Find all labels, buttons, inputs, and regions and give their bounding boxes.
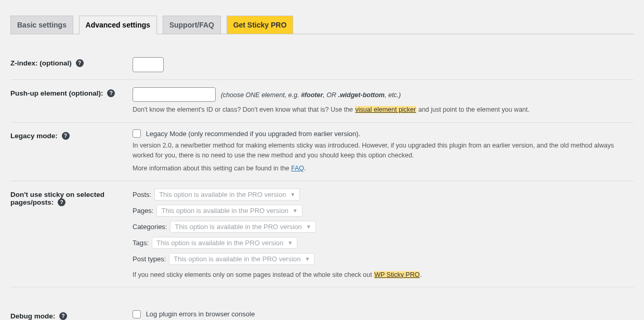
hint-text: , OR [323, 91, 338, 99]
help-icon[interactable]: ? [76, 59, 84, 67]
dontuse-posts-select: This option is available in the PRO vers… [154, 189, 300, 201]
tab-basic[interactable]: Basic settings [10, 16, 73, 34]
legacy-checkbox-label: Legacy Mode (only recommended if you upg… [146, 130, 361, 138]
help-icon[interactable]: ? [107, 89, 115, 97]
debug-checkbox-wrapper[interactable]: Log plugin errors in browser console [133, 310, 255, 318]
legacy-label: Legacy mode: [10, 132, 58, 140]
dontuse-footer: If you need sticky elements only on some… [133, 270, 628, 280]
select-text: This option is available in the PRO vers… [161, 207, 288, 215]
hint-example: .widget-bottom [338, 91, 385, 99]
faq-link[interactable]: FAQ [291, 165, 304, 172]
desc-text: . [304, 165, 306, 172]
pushup-hint: (choose ONE element, e.g. #footer, OR .w… [221, 91, 401, 99]
dontuse-categories-label: Categories: [133, 223, 167, 231]
debug-checkbox[interactable] [133, 310, 141, 318]
zindex-input[interactable] [133, 57, 164, 72]
pushup-label: Push-up element (optional): [10, 89, 103, 97]
dontuse-tags-select: This option is available in the PRO vers… [152, 237, 297, 249]
select-text: This option is available in the PRO vers… [156, 239, 283, 247]
dontuse-label: Don't use sticky on selected pages/posts… [10, 191, 104, 206]
chevron-down-icon: ▼ [290, 192, 295, 197]
zindex-label: Z-index: (optional) [10, 59, 72, 67]
legacy-desc1: In version 2.0, a new/better method for … [133, 141, 628, 161]
chevron-down-icon: ▼ [306, 224, 311, 230]
footer-text: . [420, 271, 422, 278]
dontuse-pages-select: This option is available in the PRO vers… [156, 205, 302, 217]
chevron-down-icon: ▼ [305, 256, 310, 262]
legacy-checkbox-wrapper[interactable]: Legacy Mode (only recommended if you upg… [133, 130, 360, 138]
dontuse-posttypes-select: This option is available in the PRO vers… [169, 253, 314, 265]
tab-advanced[interactable]: Advanced settings [79, 16, 157, 34]
help-text: Don't know the element's ID or class? Do… [133, 106, 355, 113]
dontuse-posttypes-label: Post types: [133, 255, 166, 263]
wp-sticky-pro-link[interactable]: WP Sticky PRO [374, 271, 420, 278]
pushup-help: Don't know the element's ID or class? Do… [133, 105, 628, 115]
hint-text: , etc.) [385, 91, 401, 99]
select-text: This option is available in the PRO vers… [174, 255, 300, 263]
dontuse-posts-label: Posts: [133, 191, 151, 198]
help-icon[interactable]: ? [58, 198, 65, 206]
help-icon[interactable]: ? [59, 312, 67, 320]
dontuse-tags-label: Tags: [133, 239, 149, 247]
hint-example: #footer [301, 91, 323, 99]
pushup-input[interactable] [133, 87, 216, 102]
help-text: and just point to the element you want. [416, 106, 530, 113]
legacy-desc2: More information about this setting can … [133, 164, 628, 174]
select-text: This option is available in the PRO vers… [175, 223, 301, 231]
settings-form: Z-index: (optional) ? Push-up element (o… [10, 50, 634, 320]
tab-get-pro[interactable]: Get Sticky PRO [227, 16, 294, 34]
tab-support[interactable]: Support/FAQ [163, 16, 221, 34]
select-text: This option is available in the PRO vers… [159, 191, 286, 198]
chevron-down-icon: ▼ [287, 240, 293, 246]
chevron-down-icon: ▼ [293, 208, 298, 214]
desc-text: More information about this setting can … [133, 165, 291, 172]
debug-label: Debug mode: [10, 312, 55, 320]
hint-text: (choose ONE element, e.g. [221, 91, 301, 99]
legacy-checkbox[interactable] [133, 129, 141, 138]
settings-tabs: Basic settings Advanced settings Support… [10, 10, 634, 34]
visual-element-picker-link[interactable]: visual element picker [355, 106, 417, 113]
debug-checkbox-label: Log plugin errors in browser console [146, 310, 255, 318]
dontuse-categories-select: This option is available in the PRO vers… [170, 221, 316, 233]
footer-text: If you need sticky elements only on some… [133, 271, 374, 278]
dontuse-pages-label: Pages: [133, 207, 153, 215]
help-icon[interactable]: ? [62, 132, 70, 140]
